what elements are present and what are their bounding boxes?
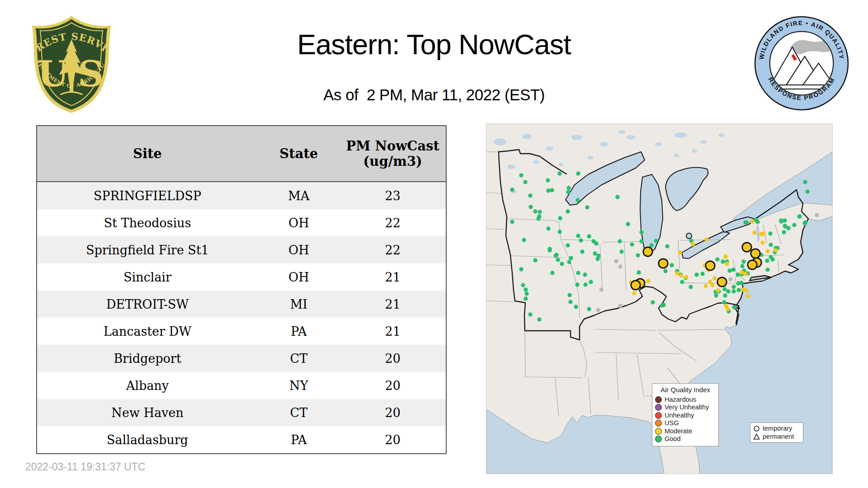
monitor-dot-good xyxy=(533,209,537,213)
monitor-dot-good xyxy=(792,223,796,227)
monitor-dot-moderate xyxy=(740,270,744,274)
monitor-dot-good xyxy=(663,269,667,273)
monitor-dot-moderate xyxy=(774,248,778,252)
monitor-dot-good xyxy=(566,186,571,190)
state-cell: OH xyxy=(258,263,340,291)
monitor-dot-good xyxy=(556,258,560,262)
monitor-dot-good xyxy=(587,234,591,238)
top-site-marker xyxy=(643,247,652,256)
monitor-dot-good xyxy=(769,243,773,247)
monitor-dot-good xyxy=(797,214,802,218)
site-cell: DETROIT-SW xyxy=(37,291,258,318)
monitor-dot-good xyxy=(727,268,731,272)
monitor-dot-good xyxy=(576,198,580,202)
monitor-dot-good xyxy=(595,257,599,261)
value-cell: 23 xyxy=(340,182,446,209)
monitor-dot-good xyxy=(567,293,571,297)
state-cell: PA xyxy=(258,426,340,454)
monitor-dot-good xyxy=(546,226,550,230)
monitor-dot-good xyxy=(700,272,704,276)
monitor-dot-good xyxy=(770,257,774,261)
monitor-dot-good xyxy=(594,241,598,245)
monitor-dot-good xyxy=(519,267,523,271)
aqi-legend-label: Hazardous xyxy=(665,396,696,404)
column-header-pm-nowcast: PM NowCast (ug/m3) xyxy=(340,126,446,182)
monitor-dot-good xyxy=(566,243,570,247)
monitor-dot-moderate xyxy=(646,279,650,283)
aqi-color-swatch-icon xyxy=(655,412,662,419)
monitor-dot-good xyxy=(557,230,561,234)
monitor-dot-missing xyxy=(618,304,622,308)
aqi-legend-item: USG xyxy=(655,419,716,427)
monitor-dot-moderate xyxy=(725,262,729,266)
monitor-dot-good xyxy=(722,300,726,304)
state-cell: CT xyxy=(258,399,340,426)
monitor-dot-good xyxy=(569,256,573,260)
column-header-state: State xyxy=(258,126,340,182)
generated-timestamp: 2022-03-11 19:31:37 UTC xyxy=(25,461,146,473)
monitor-dot-good xyxy=(528,312,532,316)
value-cell: 20 xyxy=(340,345,446,372)
state-cell: MA xyxy=(258,182,340,209)
monitor-dot-moderate xyxy=(691,242,695,246)
monitor-dot-good xyxy=(567,260,571,264)
state-cell: PA xyxy=(258,318,340,345)
monitor-dot-good xyxy=(636,253,640,257)
table-row: Salladasburg PA 20 xyxy=(37,426,446,454)
marker-legend-label: permanent xyxy=(763,433,794,441)
aqi-color-swatch-icon xyxy=(655,436,662,442)
monitor-dot-good xyxy=(536,216,540,221)
top-site-marker xyxy=(742,243,751,252)
aqi-color-swatch-icon xyxy=(655,420,662,427)
value-cell: 20 xyxy=(340,426,446,454)
table-row: Sinclair OH 21 xyxy=(37,263,446,291)
monitor-dot-moderate xyxy=(632,291,636,295)
monitor-dot-good xyxy=(689,285,693,289)
monitor-dot-good xyxy=(524,296,528,300)
value-cell: 22 xyxy=(340,209,446,236)
monitor-dot-good xyxy=(537,317,541,321)
monitor-dot-good xyxy=(736,281,740,285)
aqi-legend-label: USG xyxy=(665,419,679,427)
monitor-dot-good xyxy=(654,239,658,243)
aqi-legend-label: Unhealthy xyxy=(665,412,694,420)
top-site-marker xyxy=(748,260,757,269)
monitor-dot-good xyxy=(805,189,809,193)
monitor-dot-good xyxy=(524,291,528,296)
monitor-dot-good xyxy=(557,171,561,175)
value-cell: 22 xyxy=(340,236,446,263)
monitor-dot-good xyxy=(765,258,769,263)
value-cell: 21 xyxy=(340,318,446,345)
table-row: Bridgeport CT 20 xyxy=(37,345,446,372)
aqi-legend-title: Air Quality Index xyxy=(655,386,716,394)
table-row: SPRINGFIELDSP MA 23 xyxy=(37,182,446,209)
monitor-dot-good xyxy=(575,282,579,286)
monitor-dot-good xyxy=(680,280,684,284)
monitor-dot-good xyxy=(560,262,564,266)
table-row: Springfield Fire St1 OH 22 xyxy=(37,236,446,263)
monitor-dot-good xyxy=(576,234,580,238)
monitor-dot-moderate xyxy=(741,287,745,291)
monitor-dot-good xyxy=(533,258,537,262)
monitor-dot-missing xyxy=(815,213,819,217)
monitor-dot-good xyxy=(715,257,719,261)
monitor-dot-moderate xyxy=(744,288,748,292)
aqi-legend-item: Moderate xyxy=(655,427,716,436)
monitor-dot-moderate xyxy=(704,237,708,241)
page: FOREST SERVICE U S DEPARTMENT OF AGRICUL… xyxy=(0,0,868,488)
monitor-dot-good xyxy=(528,205,533,209)
monitor-dot-moderate xyxy=(716,288,720,292)
monitor-dot-good xyxy=(731,285,736,289)
value-cell: 20 xyxy=(340,399,446,426)
marker-legend-item-permanent: permanent xyxy=(753,433,800,441)
marker-legend-label: temporary xyxy=(763,425,792,433)
site-cell: New Haven xyxy=(37,399,258,426)
state-cell: NY xyxy=(258,372,340,399)
site-cell: Springfield Fire St1 xyxy=(37,236,258,263)
monitor-dot-good xyxy=(755,220,760,224)
monitor-dot-good xyxy=(731,289,736,293)
monitor-dot-missing xyxy=(614,259,618,263)
monitor-dot-good xyxy=(723,293,727,297)
monitor-dot-good xyxy=(779,218,783,222)
monitor-dot-moderate xyxy=(703,284,708,288)
